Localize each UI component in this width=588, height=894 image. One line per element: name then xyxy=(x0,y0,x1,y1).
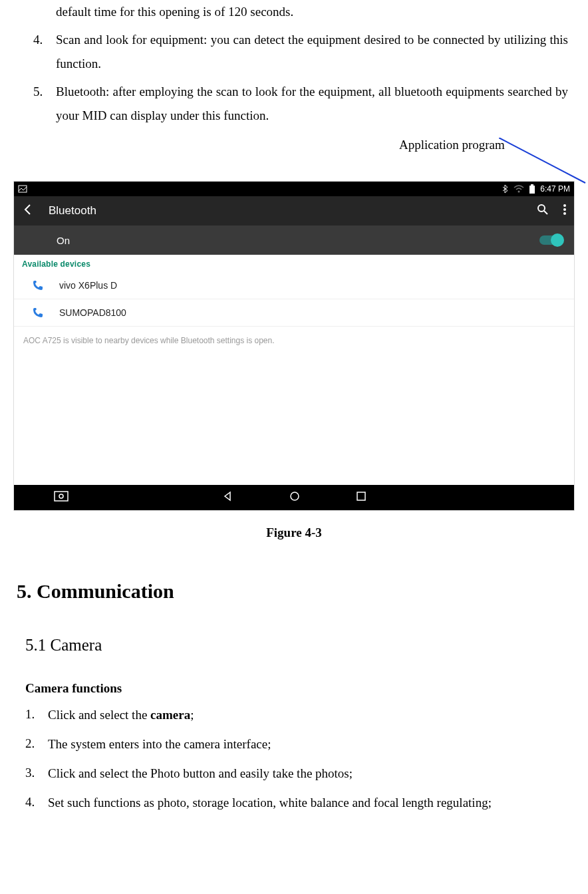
device-name-1: vivo X6Plus D xyxy=(59,280,117,291)
cam-item-4: Set such functions as photo, storage loc… xyxy=(48,790,568,816)
svg-rect-1 xyxy=(19,186,27,192)
svg-point-2 xyxy=(518,191,520,193)
device-row[interactable]: vivo X6Plus D xyxy=(14,272,574,299)
search-icon[interactable] xyxy=(537,204,549,219)
embedded-screenshot: 6:47 PM Bluetooth On Available devices xyxy=(13,181,575,511)
device-row[interactable]: SUMOPAD8100 xyxy=(14,299,574,327)
list-num-5: 5. xyxy=(20,80,56,128)
camera-functions-heading: Camera functions xyxy=(25,681,568,696)
image-indicator-icon xyxy=(18,185,27,193)
callout-label: Application program xyxy=(399,134,505,156)
home-nav-icon[interactable] xyxy=(289,491,300,504)
cam-item-2: The system enters into the camera interf… xyxy=(48,732,568,757)
svg-point-8 xyxy=(563,208,566,211)
on-label: On xyxy=(57,235,70,246)
cam-num-2: 2. xyxy=(20,732,48,757)
list-item-3-cont: default time for this opening is of 120 … xyxy=(56,0,568,24)
recent-nav-icon[interactable] xyxy=(357,492,366,504)
svg-line-6 xyxy=(544,211,547,214)
cam-item-3: Click and select the Photo button and ea… xyxy=(48,761,568,786)
back-nav-icon[interactable] xyxy=(222,491,233,504)
svg-point-5 xyxy=(538,205,545,212)
phone-icon xyxy=(33,307,43,318)
nav-bar xyxy=(14,485,574,510)
subsection-heading: 5.1 Camera xyxy=(25,636,568,655)
list-item-4: Scan and look for equipment: you can det… xyxy=(56,28,568,76)
cam-num-1: 1. xyxy=(20,702,48,728)
available-devices-header: Available devices xyxy=(14,255,574,272)
svg-rect-10 xyxy=(55,492,68,501)
visibility-note: AOC A725 is visible to nearby devices wh… xyxy=(14,327,574,345)
bluetooth-toggle[interactable] xyxy=(539,235,562,245)
screenshot-nav-icon[interactable] xyxy=(54,491,69,504)
cam-num-4: 4. xyxy=(20,790,48,816)
more-icon[interactable] xyxy=(563,204,566,218)
status-bar: 6:47 PM xyxy=(14,182,574,196)
figure-caption: Figure 4-3 xyxy=(20,525,568,540)
device-name-2: SUMOPAD8100 xyxy=(59,307,126,318)
back-icon[interactable] xyxy=(22,204,34,219)
svg-line-0 xyxy=(499,138,585,183)
svg-point-12 xyxy=(291,492,299,500)
cam-item-1: Click and select the camera; xyxy=(48,702,568,728)
svg-point-11 xyxy=(59,494,63,498)
svg-point-9 xyxy=(563,212,566,215)
section-heading: 5. Communication xyxy=(17,580,568,603)
bluetooth-title: Bluetooth xyxy=(49,204,96,218)
list-num-4: 4. xyxy=(20,28,56,76)
phone-icon xyxy=(33,280,43,291)
bluetooth-header: Bluetooth xyxy=(14,196,574,225)
bluetooth-on-row: On xyxy=(14,225,574,255)
cam-num-3: 3. xyxy=(20,761,48,786)
list-item-5: Bluetooth: after employing the scan to l… xyxy=(56,80,568,128)
svg-point-7 xyxy=(563,204,566,207)
svg-rect-13 xyxy=(357,492,365,500)
callout-arrow xyxy=(499,138,588,188)
